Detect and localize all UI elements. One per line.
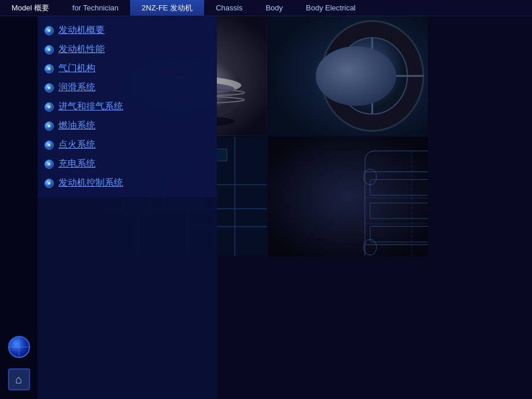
menu-bullet-ignition — [45, 141, 54, 150]
svg-rect-32 — [268, 137, 428, 257]
nav-item-technician[interactable]: for Technician — [61, 0, 130, 16]
menu-label-overview: 发动机概要 — [58, 24, 105, 36]
menu-label-ignition: 点火系统 — [58, 139, 95, 151]
wheel-image — [268, 16, 428, 136]
nav-item-chassis[interactable]: Chassis — [204, 0, 254, 16]
home-button[interactable]: ⌂ — [6, 367, 32, 392]
home-icon: ⌂ — [8, 368, 30, 390]
menu-item-fuel[interactable]: 燃油系统 — [38, 116, 217, 135]
menu-label-performance: 发动机性能 — [58, 43, 105, 56]
menu-bullet-intake-exhaust — [45, 102, 54, 112]
menu-label-intake-exhaust: 进气和排气系统 — [58, 101, 123, 113]
svg-point-9 — [359, 61, 385, 90]
menu-item-charging[interactable]: 充电系统 — [38, 154, 217, 173]
globe-icon — [8, 336, 30, 358]
menu-label-valve: 气门机构 — [58, 62, 95, 75]
menu-label-control: 发动机控制系统 — [58, 177, 123, 189]
nav-bar: Model 概要for Technician2NZ-FE 发动机ChassisB… — [0, 0, 532, 16]
menu-bullet-lubrication — [45, 83, 54, 93]
menu-item-ignition[interactable]: 点火系统 — [38, 135, 217, 154]
menu-label-charging: 充电系统 — [58, 158, 95, 170]
nav-item-model[interactable]: Model 概要 — [0, 0, 61, 16]
nav-item-body-electrical[interactable]: Body Electrical — [294, 0, 367, 16]
menu-bullet-control — [45, 179, 54, 188]
menu-item-control[interactable]: 发动机控制系统 — [38, 173, 217, 193]
main-content: ⌂ 发动机概要发动机性能气门机构润滑系统进气和排气系统燃油系统点火系统充电系统发… — [0, 16, 532, 399]
menu-bullet-charging — [45, 160, 54, 169]
menu-item-overview[interactable]: 发动机概要 — [38, 21, 217, 40]
nav-item-body[interactable]: Body — [254, 0, 294, 16]
menu-panel: 发动机概要发动机性能气门机构润滑系统进气和排气系统燃油系统点火系统充电系统发动机… — [38, 16, 217, 197]
menu-bullet-performance — [45, 45, 54, 54]
menu-item-valve[interactable]: 气门机构 — [38, 59, 217, 78]
menu-bullet-overview — [45, 26, 54, 35]
menu-label-lubrication: 润滑系统 — [58, 82, 95, 94]
menu-label-fuel: 燃油系统 — [58, 120, 95, 132]
car-image — [268, 137, 428, 257]
globe-button[interactable] — [6, 334, 32, 360]
menu-item-lubrication[interactable]: 润滑系统 — [38, 78, 217, 97]
menu-bullet-fuel — [45, 121, 54, 131]
menu-item-intake-exhaust[interactable]: 进气和排气系统 — [38, 97, 217, 116]
menu-item-performance[interactable]: 发动机性能 — [38, 40, 217, 59]
sidebar: ⌂ — [0, 16, 38, 399]
nav-item-engine[interactable]: 2NZ-FE 发动机 — [130, 0, 204, 16]
menu-bullet-valve — [45, 64, 54, 73]
